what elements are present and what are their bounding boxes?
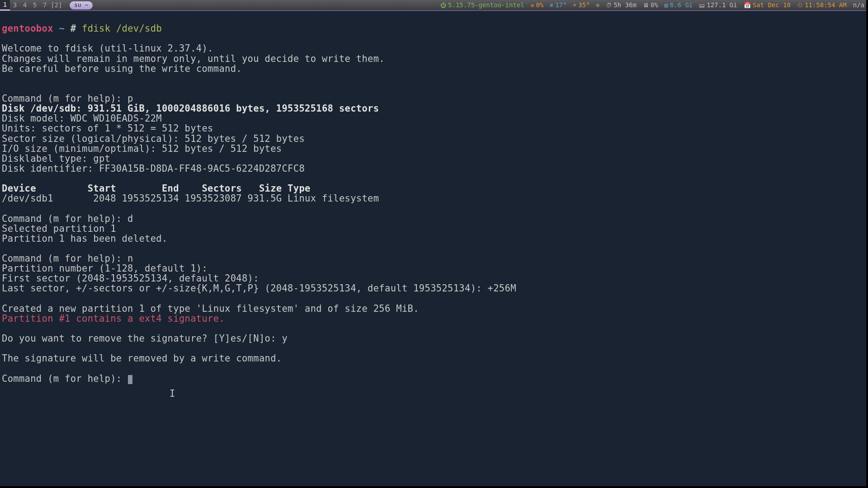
prompt-path: ~ <box>59 23 65 34</box>
disk-identifier: Disk identifier: FF30A15B-D8DA-FF48-9AC5… <box>2 163 305 174</box>
temp-hot-indicator: ☀ 35° <box>573 2 590 9</box>
disk-label-type: Disklabel type: gpt <box>2 153 110 164</box>
partition-deleted: Partition 1 has been deleted. <box>2 233 168 244</box>
calendar-icon: 📅 <box>744 2 751 8</box>
disk-indicator: 🖴 127.1 Gi <box>699 2 737 9</box>
disk-io-size: I/O size (minimum/optimal): 512 bytes / … <box>2 143 282 154</box>
fan-text: 0% <box>536 2 543 9</box>
text-caret-icon: I <box>170 389 175 399</box>
partition-table-row: /dev/sdb1 2048 1953525134 1953523087 931… <box>2 193 379 204</box>
partition-created: Created a new partition 1 of type 'Linux… <box>2 303 419 314</box>
signature-warning: Partition #1 contains a ext4 signature. <box>2 313 225 324</box>
selected-partition: Selected partition 1 <box>2 223 116 234</box>
power-icon: ⏻ <box>440 2 446 8</box>
workspace-5[interactable]: 5 <box>30 0 40 10</box>
partition-table-header: Device Start End Sectors Size Type <box>2 183 311 194</box>
fdisk-command-waiting: Command (m for help): <box>2 373 127 384</box>
kernel-text: 5.15.75-gentoo-intel <box>448 2 524 9</box>
welcome-line-3: Be careful before using the write comman… <box>2 63 242 74</box>
prompt-line: gentoobox ~ # fdisk /dev/sdb <box>2 23 162 34</box>
fan-icon: ✲ <box>531 2 534 8</box>
snowflake-icon: ❄ <box>550 2 553 8</box>
prompt-command: fdisk /dev/sdb <box>82 23 162 34</box>
time-text: 11:58:54 AM <box>805 2 847 9</box>
fdisk-command-n: Command (m for help): n <box>2 253 133 264</box>
prompt-sigil: # <box>71 23 76 34</box>
welcome-line-1: Welcome to fdisk (util-linux 2.37.4). <box>2 43 213 54</box>
remove-signature-prompt: Do you want to remove the signature? [Y]… <box>2 333 288 344</box>
disk-summary: Disk /dev/sdb: 931.51 GiB, 1000204886016… <box>2 103 379 114</box>
disk-sector-size: Sector size (logical/physical): 512 byte… <box>2 133 305 144</box>
memory-text: 6.6 Gi <box>670 2 693 9</box>
temp-hot-text: 35° <box>578 2 590 9</box>
date-text: Sat Dec 10 <box>753 2 791 9</box>
system-tray: ⏻ 5.15.75-gentoo-intel ✲ 0% ❄ 17° ☀ 35° … <box>440 2 868 9</box>
date-indicator: 📅 Sat Dec 10 <box>744 2 791 9</box>
terminal[interactable]: gentoobox ~ # fdisk /dev/sdb Welcome to … <box>0 11 868 384</box>
net-indicator: ⊕ <box>596 2 600 8</box>
terminal-cursor <box>128 375 132 384</box>
disk-text: 127.1 Gi <box>707 2 737 9</box>
fan-indicator: ✲ 0% <box>531 2 544 9</box>
workspace-1[interactable]: 1 <box>0 0 10 10</box>
last-sector-prompt: Last sector, +/-sectors or +/-size{K,M,G… <box>2 283 516 294</box>
hdd-icon: 🖴 <box>699 2 705 8</box>
prompt-host: gentoobox <box>2 23 53 34</box>
memory-indicator: ▤ 6.6 Gi <box>665 2 693 9</box>
fdisk-command-p: Command (m for help): p <box>2 93 133 104</box>
uptime-indicator: ⏱ 5h 36m <box>606 2 637 9</box>
extra-indicator: n/a <box>853 2 864 9</box>
battery-text: 0% <box>651 2 658 9</box>
disk-units: Units: sectors of 1 * 512 = 512 bytes <box>2 123 213 134</box>
fdisk-command-d: Command (m for help): d <box>2 213 133 224</box>
globe-icon: ⊕ <box>596 2 600 8</box>
battery-indicator: 🖥 0% <box>643 2 658 9</box>
workspace-2[interactable]: [2] <box>50 0 63 10</box>
welcome-line-2: Changes will remain in memory only, unti… <box>2 53 385 64</box>
workspace-4[interactable]: 4 <box>20 0 30 10</box>
window-title: su ~ <box>70 1 93 9</box>
monitor-icon: 🖥 <box>643 2 649 8</box>
first-sector-prompt: First sector (2048-1953525134, default 2… <box>2 273 265 284</box>
signature-removed-notice: The signature will be removed by a write… <box>2 353 282 364</box>
clock-icon: ⏱ <box>606 2 612 8</box>
workspace-switcher[interactable]: 1 3 4 5 7 [2] <box>0 0 63 10</box>
time-icon: ⏲ <box>797 2 803 8</box>
disk-model: Disk model: WDC WD10EADS-22M <box>2 113 162 124</box>
partition-number-prompt: Partition number (1-128, default 1): <box>2 263 213 274</box>
temp-cold-text: 17° <box>555 2 566 9</box>
status-bar: 1 3 4 5 7 [2] su ~ ⏻ 5.15.75-gentoo-inte… <box>0 0 868 11</box>
time-indicator: ⏲ 11:58:54 AM <box>797 2 847 9</box>
uptime-text: 5h 36m <box>613 2 637 9</box>
workspace-7[interactable]: 7 <box>40 0 50 10</box>
ram-icon: ▤ <box>665 2 668 8</box>
kernel-indicator: ⏻ 5.15.75-gentoo-intel <box>440 2 524 9</box>
temp-cold-indicator: ❄ 17° <box>550 2 566 9</box>
sun-icon: ☀ <box>573 2 576 8</box>
workspace-3[interactable]: 3 <box>10 0 20 10</box>
